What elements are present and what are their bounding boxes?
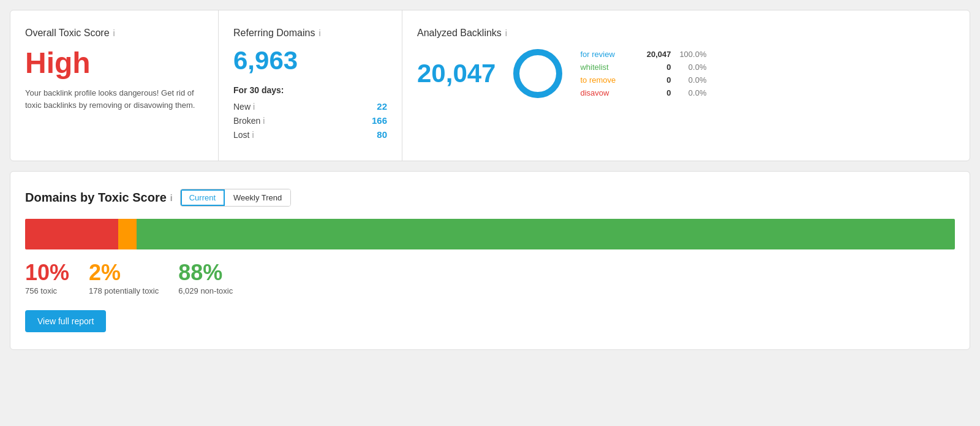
stat-label: Lost i bbox=[233, 130, 254, 140]
bottom-header: Domains by Toxic Score i CurrentWeekly T… bbox=[25, 189, 955, 207]
toxic-stats-row: 10% 756 toxic 2% 178 potentially toxic 8… bbox=[25, 262, 955, 295]
legend-pct: 0.0% bbox=[676, 63, 706, 72]
svg-point-1 bbox=[516, 52, 559, 95]
bar-segment-toxic bbox=[25, 219, 118, 249]
stat-big-pct: 88% bbox=[178, 262, 233, 284]
stat-info-icon[interactable]: i bbox=[252, 130, 254, 140]
referring-domains-value: 6,963 bbox=[233, 46, 387, 75]
analyzed-backlinks-title: Analyzed Backlinks i bbox=[417, 28, 955, 39]
toxic-score-info-icon[interactable]: i bbox=[113, 28, 115, 38]
referring-domains-info-icon[interactable]: i bbox=[318, 28, 320, 38]
legend-count: 0 bbox=[640, 63, 671, 72]
legend-row: whitelist 0 0.0% bbox=[580, 63, 706, 72]
referring-domains-stats: New i 22 Broken i 166 Lost i 80 bbox=[233, 101, 387, 140]
toxic-score-card: Overall Toxic Score i High Your backlink… bbox=[10, 10, 219, 161]
legend-row: to remove 0 0.0% bbox=[580, 75, 706, 85]
tab-group: CurrentWeekly Trend bbox=[180, 189, 292, 207]
legend-row: disavow 0 0.0% bbox=[580, 88, 706, 97]
stat-big-pct: 2% bbox=[89, 262, 159, 284]
legend-count: 20,047 bbox=[640, 50, 671, 59]
stat-info-icon[interactable]: i bbox=[263, 116, 265, 126]
analyzed-backlinks-title-text: Analyzed Backlinks bbox=[417, 28, 502, 39]
top-section: Overall Toxic Score i High Your backlink… bbox=[10, 10, 970, 161]
tab-button-weekly-trend[interactable]: Weekly Trend bbox=[225, 189, 290, 206]
toxic-stat-block: 88% 6,029 non-toxic bbox=[178, 262, 233, 295]
view-full-report-button[interactable]: View full report bbox=[25, 310, 106, 332]
referring-stat-row: New i 22 bbox=[233, 101, 387, 112]
bar-segment-non-toxic bbox=[137, 219, 955, 249]
referring-stat-row: Lost i 80 bbox=[233, 129, 387, 140]
stat-info-icon[interactable]: i bbox=[253, 102, 255, 112]
for-30-days-label: For 30 days: bbox=[233, 85, 387, 95]
bottom-title-text: Domains by Toxic Score bbox=[25, 191, 167, 205]
backlinks-legend: for review 20,047 100.0% whitelist 0 0.0… bbox=[580, 50, 706, 97]
stat-sub-label: 178 potentially toxic bbox=[89, 286, 159, 295]
legend-label: for review bbox=[580, 50, 635, 59]
toxic-score-title: Overall Toxic Score i bbox=[25, 28, 203, 39]
stat-value: 80 bbox=[377, 129, 387, 140]
stat-label: Broken i bbox=[233, 116, 265, 126]
toxic-stat-block: 2% 178 potentially toxic bbox=[89, 262, 159, 295]
bar-segment-potentially-toxic bbox=[118, 219, 137, 249]
bottom-card: Domains by Toxic Score i CurrentWeekly T… bbox=[10, 171, 970, 350]
legend-row: for review 20,047 100.0% bbox=[580, 50, 706, 59]
stat-label: New i bbox=[233, 102, 255, 112]
referring-stat-row: Broken i 166 bbox=[233, 115, 387, 126]
legend-count: 0 bbox=[640, 75, 671, 85]
legend-pct: 0.0% bbox=[676, 88, 706, 97]
toxic-score-value: High bbox=[25, 46, 203, 80]
referring-domains-title-text: Referring Domains bbox=[233, 28, 315, 39]
stat-sub-label: 6,029 non-toxic bbox=[178, 286, 233, 295]
stat-sub-label: 756 toxic bbox=[25, 286, 69, 295]
analyzed-backlinks-info-icon[interactable]: i bbox=[505, 28, 507, 38]
bottom-title-info-icon[interactable]: i bbox=[170, 193, 173, 203]
legend-label: to remove bbox=[580, 75, 635, 85]
toxic-score-title-text: Overall Toxic Score bbox=[25, 28, 110, 39]
stat-big-pct: 10% bbox=[25, 262, 69, 284]
donut-chart bbox=[510, 46, 565, 101]
stat-value: 166 bbox=[372, 115, 387, 126]
analyzed-backlinks-inner: 20,047 for review 20,047 100.0% whitelis… bbox=[417, 46, 955, 101]
legend-label: whitelist bbox=[580, 63, 635, 72]
stat-value: 22 bbox=[377, 101, 387, 112]
toxic-score-description: Your backlink profile looks dangerous! G… bbox=[25, 87, 203, 111]
legend-pct: 0.0% bbox=[676, 75, 706, 85]
legend-label: disavow bbox=[580, 88, 635, 97]
analyzed-backlinks-value: 20,047 bbox=[417, 59, 496, 88]
legend-count: 0 bbox=[640, 88, 671, 97]
referring-domains-card: Referring Domains i 6,963 For 30 days: N… bbox=[219, 10, 402, 161]
toxic-stat-block: 10% 756 toxic bbox=[25, 262, 69, 295]
tab-button-current[interactable]: Current bbox=[181, 189, 225, 206]
analyzed-backlinks-card: Analyzed Backlinks i 20,047 for review 2… bbox=[402, 10, 970, 161]
legend-pct: 100.0% bbox=[676, 50, 706, 59]
referring-domains-title: Referring Domains i bbox=[233, 28, 387, 39]
bottom-title: Domains by Toxic Score i bbox=[25, 191, 173, 205]
toxic-score-bar-chart bbox=[25, 219, 955, 249]
